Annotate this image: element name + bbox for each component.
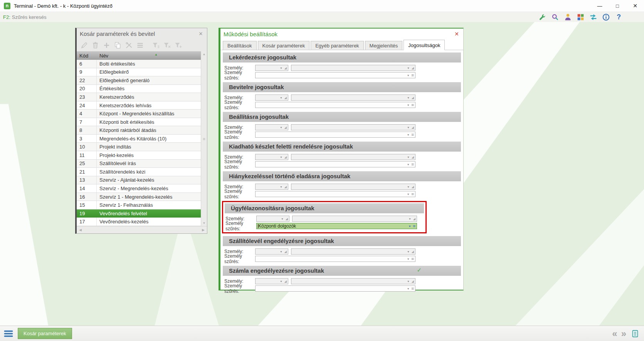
close-button[interactable]: ✕ (626, 0, 644, 12)
person-code-combo[interactable]: ▼◢ (255, 124, 288, 130)
dropdown-icon[interactable]: ▼ (407, 193, 410, 196)
dropdown-icon[interactable]: ▼ (407, 250, 410, 253)
horizontal-scrollbar[interactable]: ◀ ▶ (77, 226, 207, 233)
hamburger-menu-icon[interactable] (3, 328, 14, 339)
person-name-combo[interactable]: ▼◢ (291, 278, 415, 284)
person-code-combo[interactable]: ▼◢ (255, 154, 288, 160)
delete-icon[interactable] (91, 41, 99, 49)
person-code-combo[interactable]: ▼◢ (255, 95, 288, 101)
equals-icon[interactable]: = (413, 224, 415, 228)
dropdown-icon[interactable]: ▼ (407, 280, 410, 283)
person-filter-combo[interactable]: Központi dolgozók▼= (256, 223, 417, 229)
table-row[interactable]: 21Szállítórendelés kézi (77, 168, 201, 176)
dropdown-icon[interactable]: ▼ (281, 218, 284, 220)
tab-kosar-parameterek[interactable]: Kosár paraméterek (258, 41, 310, 50)
scrollbar-grip-icon[interactable]: ≡ (203, 137, 205, 141)
dropdown-icon[interactable]: ▼ (280, 156, 282, 159)
table-row[interactable]: 11Projekt-kezelés (77, 151, 201, 160)
tab-jogosultsagok[interactable]: Jogosultságok (404, 40, 445, 50)
user-icon[interactable] (563, 12, 572, 22)
dropdown-icon[interactable]: ▼ (407, 67, 410, 69)
table-row[interactable]: 17Vevőrendelés-kezelés (77, 218, 201, 226)
table-row[interactable]: 24Keretszerződés lehívás (77, 101, 201, 110)
filter-add-icon[interactable] (174, 41, 182, 49)
tab-megjelenites[interactable]: Megjelenítés (365, 41, 403, 50)
dropdown-icon[interactable]: ▼ (407, 126, 410, 129)
dropdown-icon[interactable]: ▼ (409, 225, 411, 228)
table-row[interactable]: 16Szervíz 1 - Megrendelés-kezelés (77, 193, 201, 201)
vertical-scrollbar[interactable]: ▲ ≡ ▼ (201, 51, 207, 226)
dropdown-icon[interactable]: ▼ (280, 126, 282, 129)
scroll-right-icon[interactable]: ▶ (200, 228, 206, 232)
tab-beallitasok[interactable]: Beállítások (223, 41, 257, 50)
person-name-combo[interactable]: ▼◢ (291, 184, 415, 190)
table-row[interactable]: 19Vevőrendelés felvétel (77, 209, 201, 218)
dropdown-icon[interactable]: ▼ (280, 186, 282, 188)
copy-icon[interactable] (113, 41, 122, 49)
person-name-combo[interactable]: ▼◢ (291, 95, 415, 101)
taskbar-button[interactable]: Kosár paraméterek (18, 328, 72, 339)
edit-icon[interactable] (80, 41, 88, 49)
table-row[interactable]: 14Szervíz - Megrendelés-kezelés (77, 184, 201, 193)
tools-icon[interactable] (124, 41, 133, 49)
dropdown-icon[interactable]: ▼ (407, 287, 410, 290)
dropdown-icon[interactable]: ▼ (280, 96, 282, 99)
left-panel-close-icon[interactable]: ✕ (198, 31, 204, 37)
scroll-up-icon[interactable]: ▲ (203, 52, 206, 56)
hotkey-action-label[interactable]: Szűrés keresés (12, 14, 47, 20)
person-name-combo[interactable]: ▼◢ (291, 154, 415, 160)
dropdown-icon[interactable]: ▼ (407, 96, 410, 99)
add-icon[interactable] (102, 41, 111, 49)
table-row[interactable]: 22Előlegbekérő generáló (77, 76, 201, 85)
person-name-combo[interactable]: ▼◢ (291, 248, 415, 255)
table-row[interactable]: 23Keretszerződés (77, 93, 201, 101)
dropdown-icon[interactable]: ▼ (280, 280, 282, 283)
person-code-combo[interactable]: ▼◢ (256, 216, 289, 222)
column-header-code[interactable]: Kód (77, 53, 97, 59)
filter-clear-icon[interactable] (163, 41, 171, 49)
person-code-combo[interactable]: ▼◢ (255, 248, 288, 255)
person-code-combo[interactable]: ▼◢ (255, 184, 288, 190)
person-filter-combo[interactable]: ▼= (255, 72, 415, 78)
dropdown-icon[interactable]: ▼ (407, 156, 410, 159)
table-row[interactable]: 20Értékesítés (77, 85, 201, 93)
dropdown-icon[interactable]: ▼ (409, 218, 411, 220)
dropdown-icon[interactable]: ▼ (280, 250, 282, 253)
person-filter-combo[interactable]: ▼= (255, 132, 415, 138)
table-row[interactable]: 3Megrendelés-és Kitárolás (10) (77, 135, 201, 143)
menu-icon[interactable] (136, 41, 144, 49)
person-filter-combo[interactable]: ▼= (255, 161, 415, 167)
table-row[interactable]: 9Előlegbekérő (77, 68, 201, 77)
dropdown-icon[interactable]: ▼ (407, 133, 410, 136)
dropdown-icon[interactable]: ▼ (407, 104, 410, 106)
table-row[interactable]: 25Szállítólevél írás (77, 160, 201, 168)
right-panel-close-icon[interactable]: ✕ (453, 31, 460, 37)
dropdown-icon[interactable]: ▼ (280, 67, 282, 69)
column-header-name[interactable]: Név (97, 53, 201, 59)
confirm-check-icon[interactable]: ✓ (417, 267, 422, 273)
person-filter-combo[interactable]: ▼= (255, 256, 415, 262)
person-name-combo[interactable]: ▼◢ (292, 216, 417, 222)
table-row[interactable]: 15Szervíz 1- Felhasználás (77, 201, 201, 209)
table-row[interactable]: 7Központi bolt értékesítés (77, 118, 201, 127)
person-name-combo[interactable]: ▼◢ (291, 65, 415, 71)
equals-icon[interactable]: = (412, 257, 414, 261)
equals-icon[interactable]: = (412, 132, 414, 137)
person-filter-combo[interactable]: ▼= (255, 285, 415, 292)
equals-icon[interactable]: = (412, 192, 414, 196)
equals-icon[interactable]: = (412, 73, 414, 78)
wrench-icon[interactable] (538, 12, 547, 22)
dropdown-icon[interactable]: ▼ (407, 258, 410, 260)
nav-next-icon[interactable]: » (621, 329, 626, 338)
person-filter-combo[interactable]: ▼= (255, 102, 415, 108)
nav-prev-icon[interactable]: « (612, 329, 617, 338)
person-filter-combo[interactable]: ▼= (255, 191, 415, 197)
tab-egyeb-parameterek[interactable]: Egyéb paraméterek (311, 41, 363, 50)
dropdown-icon[interactable]: ▼ (407, 186, 410, 188)
minimize-button[interactable]: — (591, 0, 609, 12)
person-code-combo[interactable]: ▼◢ (255, 65, 288, 71)
equals-icon[interactable]: = (412, 162, 414, 167)
table-row[interactable]: 4Központ - Megrendelés kiszállítás (77, 110, 201, 118)
info-icon[interactable] (601, 12, 610, 22)
maximize-button[interactable]: □ (609, 0, 626, 12)
